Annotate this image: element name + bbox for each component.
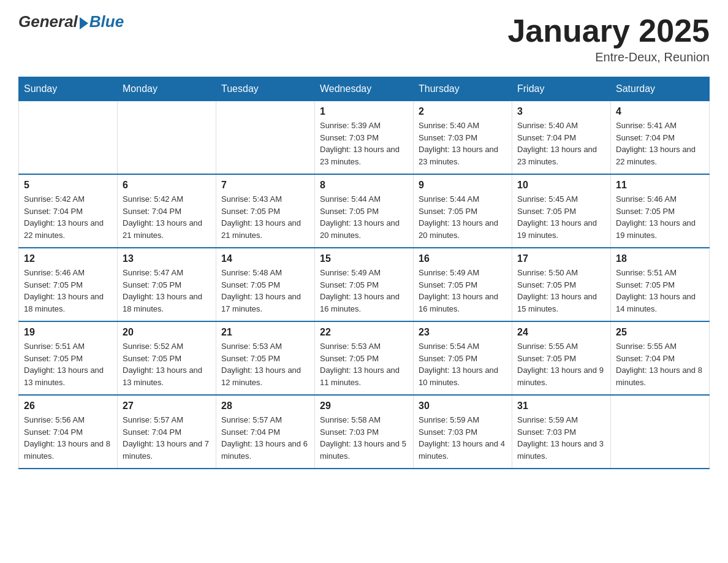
logo-blue-text: Blue: [89, 12, 124, 31]
day-number: 19: [24, 327, 112, 338]
calendar-cell: 30Sunrise: 5:59 AM Sunset: 7:03 PM Dayli…: [414, 395, 512, 469]
day-info: Sunrise: 5:53 AM Sunset: 7:05 PM Dayligh…: [320, 340, 408, 388]
day-info: Sunrise: 5:57 AM Sunset: 7:04 PM Dayligh…: [123, 414, 211, 462]
day-number: 17: [517, 253, 605, 264]
day-number: 27: [123, 400, 211, 412]
day-number: 1: [320, 106, 408, 117]
calendar-cell: 4Sunrise: 5:41 AM Sunset: 7:04 PM Daylig…: [611, 101, 710, 175]
calendar-cell: 17Sunrise: 5:50 AM Sunset: 7:05 PM Dayli…: [512, 248, 611, 321]
calendar-cell: 14Sunrise: 5:48 AM Sunset: 7:05 PM Dayli…: [216, 248, 315, 321]
page-header: General Blue January 2025 Entre-Deux, Re…: [18, 12, 710, 64]
location-text: Entre-Deux, Reunion: [507, 50, 710, 64]
calendar-cell: 13Sunrise: 5:47 AM Sunset: 7:05 PM Dayli…: [118, 248, 216, 321]
calendar-cell: 2Sunrise: 5:40 AM Sunset: 7:03 PM Daylig…: [414, 101, 512, 175]
calendar-cell: 7Sunrise: 5:43 AM Sunset: 7:05 PM Daylig…: [216, 174, 315, 248]
day-info: Sunrise: 5:53 AM Sunset: 7:05 PM Dayligh…: [221, 340, 309, 388]
day-info: Sunrise: 5:42 AM Sunset: 7:04 PM Dayligh…: [24, 193, 112, 241]
day-number: 20: [123, 327, 211, 338]
calendar-cell: 19Sunrise: 5:51 AM Sunset: 7:05 PM Dayli…: [19, 321, 118, 395]
calendar-cell: 6Sunrise: 5:42 AM Sunset: 7:04 PM Daylig…: [118, 174, 216, 248]
day-number: 14: [221, 253, 309, 264]
day-info: Sunrise: 5:59 AM Sunset: 7:03 PM Dayligh…: [517, 414, 605, 462]
logo: General Blue: [18, 12, 124, 31]
day-number: 31: [517, 400, 605, 412]
day-info: Sunrise: 5:50 AM Sunset: 7:05 PM Dayligh…: [517, 267, 605, 315]
calendar-cell: [118, 101, 216, 175]
day-info: Sunrise: 5:44 AM Sunset: 7:05 PM Dayligh…: [320, 193, 408, 241]
day-number: 18: [616, 253, 704, 264]
day-info: Sunrise: 5:55 AM Sunset: 7:05 PM Dayligh…: [517, 340, 605, 388]
day-info: Sunrise: 5:45 AM Sunset: 7:05 PM Dayligh…: [517, 193, 605, 241]
header-day-monday: Monday: [118, 77, 216, 101]
day-info: Sunrise: 5:46 AM Sunset: 7:05 PM Dayligh…: [24, 267, 112, 315]
calendar-cell: 20Sunrise: 5:52 AM Sunset: 7:05 PM Dayli…: [118, 321, 216, 395]
day-info: Sunrise: 5:51 AM Sunset: 7:05 PM Dayligh…: [616, 267, 704, 315]
day-number: 30: [419, 400, 507, 412]
calendar-cell: [19, 101, 118, 175]
calendar-cell: [216, 101, 315, 175]
calendar-cell: 8Sunrise: 5:44 AM Sunset: 7:05 PM Daylig…: [315, 174, 414, 248]
calendar-cell: 28Sunrise: 5:57 AM Sunset: 7:04 PM Dayli…: [216, 395, 315, 469]
calendar-cell: 9Sunrise: 5:44 AM Sunset: 7:05 PM Daylig…: [414, 174, 512, 248]
day-info: Sunrise: 5:48 AM Sunset: 7:05 PM Dayligh…: [221, 267, 309, 315]
day-number: 16: [419, 253, 507, 264]
day-info: Sunrise: 5:56 AM Sunset: 7:04 PM Dayligh…: [24, 414, 112, 462]
calendar-cell: 29Sunrise: 5:58 AM Sunset: 7:03 PM Dayli…: [315, 395, 414, 469]
day-info: Sunrise: 5:54 AM Sunset: 7:05 PM Dayligh…: [419, 340, 507, 388]
calendar-cell: 31Sunrise: 5:59 AM Sunset: 7:03 PM Dayli…: [512, 395, 611, 469]
day-number: 9: [419, 180, 507, 191]
header-day-wednesday: Wednesday: [315, 77, 414, 101]
calendar-cell: 16Sunrise: 5:49 AM Sunset: 7:05 PM Dayli…: [414, 248, 512, 321]
day-info: Sunrise: 5:47 AM Sunset: 7:05 PM Dayligh…: [123, 267, 211, 315]
header-day-thursday: Thursday: [414, 77, 512, 101]
day-info: Sunrise: 5:41 AM Sunset: 7:04 PM Dayligh…: [616, 120, 704, 167]
day-number: 7: [221, 180, 309, 191]
day-info: Sunrise: 5:39 AM Sunset: 7:03 PM Dayligh…: [320, 120, 408, 167]
calendar-cell: 23Sunrise: 5:54 AM Sunset: 7:05 PM Dayli…: [414, 321, 512, 395]
day-info: Sunrise: 5:49 AM Sunset: 7:05 PM Dayligh…: [320, 267, 408, 315]
calendar-cell: 25Sunrise: 5:55 AM Sunset: 7:04 PM Dayli…: [611, 321, 710, 395]
header-day-tuesday: Tuesday: [216, 77, 315, 101]
logo-general-text: General: [18, 12, 78, 31]
day-number: 24: [517, 327, 605, 338]
day-info: Sunrise: 5:42 AM Sunset: 7:04 PM Dayligh…: [123, 193, 211, 241]
day-number: 8: [320, 180, 408, 191]
day-number: 11: [616, 180, 704, 191]
calendar-week-row: 1Sunrise: 5:39 AM Sunset: 7:03 PM Daylig…: [19, 101, 710, 175]
calendar-cell: 11Sunrise: 5:46 AM Sunset: 7:05 PM Dayli…: [611, 174, 710, 248]
day-number: 23: [419, 327, 507, 338]
month-title: January 2025: [507, 12, 710, 49]
day-info: Sunrise: 5:43 AM Sunset: 7:05 PM Dayligh…: [221, 193, 309, 241]
header-day-sunday: Sunday: [19, 77, 118, 101]
day-number: 12: [24, 253, 112, 264]
calendar-cell: 10Sunrise: 5:45 AM Sunset: 7:05 PM Dayli…: [512, 174, 611, 248]
calendar-header-row: SundayMondayTuesdayWednesdayThursdayFrid…: [19, 77, 710, 101]
day-number: 10: [517, 180, 605, 191]
day-info: Sunrise: 5:40 AM Sunset: 7:03 PM Dayligh…: [419, 120, 507, 167]
day-info: Sunrise: 5:51 AM Sunset: 7:05 PM Dayligh…: [24, 340, 112, 388]
day-info: Sunrise: 5:55 AM Sunset: 7:04 PM Dayligh…: [616, 340, 704, 388]
header-day-saturday: Saturday: [611, 77, 710, 101]
calendar-cell: 5Sunrise: 5:42 AM Sunset: 7:04 PM Daylig…: [19, 174, 118, 248]
calendar-week-row: 5Sunrise: 5:42 AM Sunset: 7:04 PM Daylig…: [19, 174, 710, 248]
day-number: 3: [517, 106, 605, 117]
day-number: 26: [24, 400, 112, 412]
calendar-week-row: 12Sunrise: 5:46 AM Sunset: 7:05 PM Dayli…: [19, 248, 710, 321]
title-section: January 2025 Entre-Deux, Reunion: [507, 12, 710, 64]
day-number: 22: [320, 327, 408, 338]
day-info: Sunrise: 5:46 AM Sunset: 7:05 PM Dayligh…: [616, 193, 704, 241]
calendar-table: SundayMondayTuesdayWednesdayThursdayFrid…: [18, 77, 710, 469]
day-number: 21: [221, 327, 309, 338]
day-number: 5: [24, 180, 112, 191]
day-info: Sunrise: 5:57 AM Sunset: 7:04 PM Dayligh…: [221, 414, 309, 462]
day-info: Sunrise: 5:58 AM Sunset: 7:03 PM Dayligh…: [320, 414, 408, 462]
day-number: 2: [419, 106, 507, 117]
calendar-week-row: 26Sunrise: 5:56 AM Sunset: 7:04 PM Dayli…: [19, 395, 710, 469]
calendar-cell: 24Sunrise: 5:55 AM Sunset: 7:05 PM Dayli…: [512, 321, 611, 395]
day-info: Sunrise: 5:59 AM Sunset: 7:03 PM Dayligh…: [419, 414, 507, 462]
calendar-cell: 15Sunrise: 5:49 AM Sunset: 7:05 PM Dayli…: [315, 248, 414, 321]
calendar-cell: 3Sunrise: 5:40 AM Sunset: 7:04 PM Daylig…: [512, 101, 611, 175]
calendar-cell: 21Sunrise: 5:53 AM Sunset: 7:05 PM Dayli…: [216, 321, 315, 395]
day-info: Sunrise: 5:49 AM Sunset: 7:05 PM Dayligh…: [419, 267, 507, 315]
day-number: 6: [123, 180, 211, 191]
